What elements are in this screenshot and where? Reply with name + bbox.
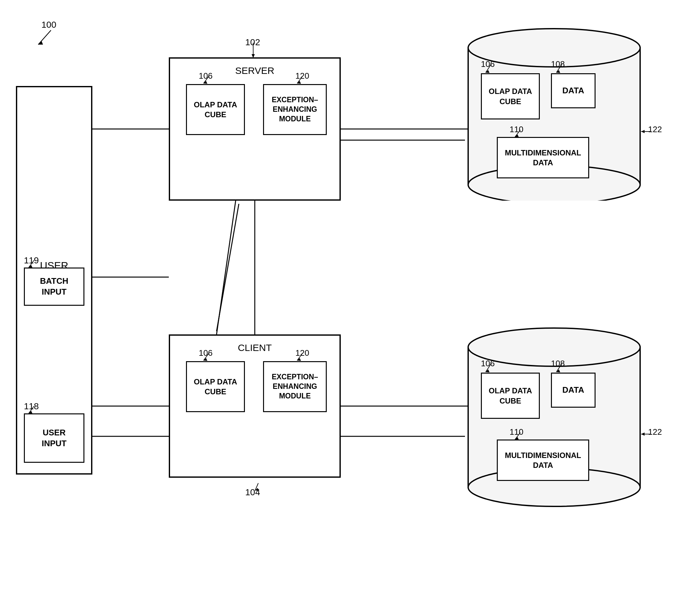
user-input-box: USERINPUT <box>24 413 84 463</box>
bottom-db-ref-108-arrow <box>555 363 564 373</box>
ref-118-arrow <box>27 405 37 415</box>
top-db-data-box: DATA <box>551 73 596 108</box>
server-olap-cube-label: OLAP DATACUBE <box>194 100 237 120</box>
bottom-db-ref-110-arrow <box>513 432 523 441</box>
batch-input-label: BATCHINPUT <box>40 276 68 298</box>
server-exception-label: EXCEPTION–ENHANCINGMODULE <box>272 95 318 124</box>
bottom-db-olap-cube-label: OLAP DATACUBE <box>489 386 532 405</box>
top-db-data-label: DATA <box>562 85 584 96</box>
svg-line-50 <box>216 201 236 335</box>
batch-input-box: BATCHINPUT <box>24 267 84 306</box>
client-ref-120-arrow <box>296 353 305 362</box>
client-ref-106-arrow <box>202 353 211 362</box>
bottom-db-ref-122-arrow <box>639 431 652 440</box>
bottom-db-ref-106-arrow <box>484 363 493 373</box>
ref-104-arrow <box>253 482 263 492</box>
server-ref-106-arrow <box>202 75 211 85</box>
top-db-olap-cube-label: OLAP DATACUBE <box>489 86 532 106</box>
bottom-db-multi-label: MULTIDIMENSIONALDATA <box>505 450 581 470</box>
client-olap-cube-box: OLAP DATACUBE <box>186 361 245 412</box>
client-exception-box: EXCEPTION–ENHANCINGMODULE <box>263 361 327 412</box>
top-db-ref-106-arrow <box>484 64 493 74</box>
top-db-olap-cube-box: OLAP DATACUBE <box>481 73 540 120</box>
server-ref-120-arrow <box>296 75 305 85</box>
top-db-ref-110-arrow <box>513 129 523 138</box>
top-db-ref-108-arrow <box>555 64 564 74</box>
ref-102-arrow <box>248 42 258 60</box>
svg-marker-34 <box>641 130 645 133</box>
top-db-ref-122-arrow <box>639 128 652 138</box>
svg-line-5 <box>216 204 239 331</box>
user-input-label: USERINPUT <box>42 427 66 449</box>
top-db-multi-label: MULTIDIMENSIONALDATA <box>505 148 581 167</box>
svg-marker-45 <box>641 432 645 436</box>
server-box: SERVER OLAP DATACUBE EXCEPTION–ENHANCING… <box>169 57 341 201</box>
top-db-multi-box: MULTIDIMENSIONALDATA <box>497 137 589 178</box>
server-olap-cube-box: OLAP DATACUBE <box>186 84 245 135</box>
client-box: CLIENT OLAP DATACUBE EXCEPTION–ENHANCING… <box>169 335 341 478</box>
ref-119-arrow <box>27 260 37 269</box>
ref-100-arrow <box>35 29 54 48</box>
client-olap-cube-label: OLAP DATACUBE <box>194 377 237 397</box>
server-exception-box: EXCEPTION–ENHANCINGMODULE <box>263 84 327 135</box>
bottom-db-multi-box: MULTIDIMENSIONALDATA <box>497 440 589 481</box>
svg-marker-17 <box>252 54 255 58</box>
bottom-db-data-box: DATA <box>551 373 596 408</box>
diagram: 100 USERINTERFACE 117 BATCHINPUT 119 USE… <box>0 0 700 615</box>
client-exception-label: EXCEPTION–ENHANCINGMODULE <box>272 372 318 401</box>
bottom-db-olap-cube-box: OLAP DATACUBE <box>481 373 540 419</box>
bottom-db-data-label: DATA <box>562 385 584 396</box>
